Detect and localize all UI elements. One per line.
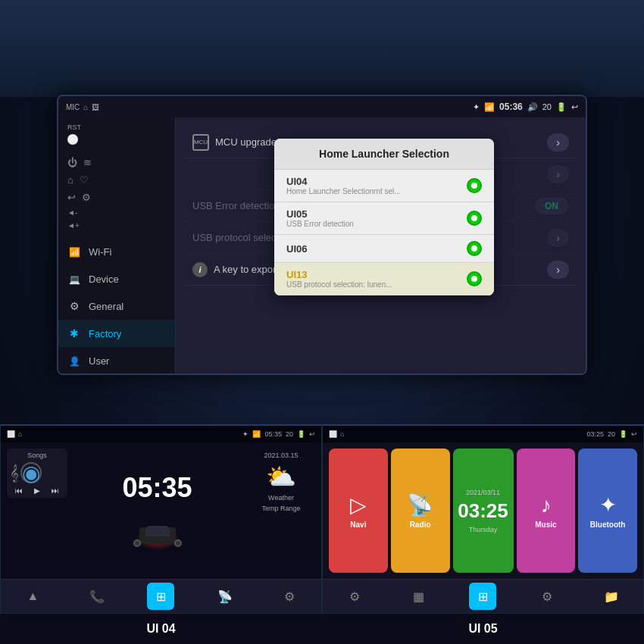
- sidebar-device-label: Device: [89, 274, 119, 285]
- back-icon[interactable]: ↩: [571, 102, 578, 112]
- vol-down-icon[interactable]: ◄-: [67, 208, 77, 217]
- ui13-sub: USB protocol selection: lunen...: [286, 280, 392, 289]
- status-left: MIC ⌂ 🖼: [66, 103, 99, 111]
- ui04-right-panel: 2021.03.15 ⛅ Weather Temp Range: [247, 449, 315, 573]
- wifi2-icon: ≋: [83, 157, 92, 168]
- ui04-battery: 20: [286, 430, 293, 438]
- ui04-center-panel: 05:35: [73, 449, 241, 573]
- main-screen: MIC ⌂ 🖼 ✦ 📶 05:36 🔊 20 🔋 ↩ RST ⏻: [57, 95, 587, 375]
- ui13-radio-inner: [471, 276, 477, 282]
- tile-bluetooth[interactable]: ✦ Bluetooth: [578, 449, 637, 573]
- sidebar-wifi-label: Wi-Fi: [89, 246, 111, 258]
- user-icon: [67, 355, 81, 367]
- mcu-label: MCU upgrade: [215, 136, 277, 148]
- ui04-left-panel: Songs 𝄞 ◉ ⏮ ▶ ⏭: [7, 449, 67, 573]
- home-sidebar-icon[interactable]: ⌂: [67, 174, 73, 186]
- factory-icon: [67, 327, 81, 339]
- ui05-name: UI05: [286, 208, 354, 220]
- ui05-nav-home[interactable]: ⊞: [469, 583, 496, 610]
- music-widget: Songs 𝄞 ◉ ⏮ ▶ ⏭: [7, 449, 67, 498]
- ui04-status-square: ⬜: [7, 430, 15, 438]
- sidebar-item-system[interactable]: System: [58, 374, 175, 375]
- dropdown-item-ui05[interactable]: UI05 USB Error detection: [274, 202, 494, 235]
- usb-error-label: USB Error detection: [192, 200, 280, 211]
- bluetooth-label: Bluetooth: [590, 521, 626, 529]
- ui04-nav-home[interactable]: ⊞: [147, 583, 174, 610]
- car-wheel-left: [133, 539, 141, 547]
- ui05-status-square: ⬜: [329, 430, 337, 438]
- ui05-nav-chart[interactable]: ▦: [405, 583, 433, 610]
- dropdown-item-ui04[interactable]: UI04 Home Launcher Selectionrnt sel...: [274, 170, 494, 202]
- vol-up-icon[interactable]: ◄+: [67, 221, 80, 230]
- tile-radio[interactable]: 📡 Radio: [391, 449, 450, 573]
- sidebar-item-general[interactable]: General: [58, 292, 175, 320]
- back-sidebar-icon[interactable]: ↩: [67, 192, 76, 203]
- ui05-back-icon[interactable]: ↩: [631, 430, 637, 438]
- sidebar-item-wifi[interactable]: Wi-Fi: [58, 238, 175, 265]
- ui-labels: UI 04 UI 05: [0, 614, 644, 644]
- bluetooth-icon: ✦: [473, 102, 480, 112]
- music-clef-icon: 𝄞: [10, 464, 19, 482]
- ui04-name: UI04: [286, 176, 401, 187]
- ui04-date: 2021.03.15: [264, 452, 298, 459]
- ui05-tiles: ▷ Navi 📡 Radio 2021/03/11 03:25 Thursday…: [323, 442, 643, 579]
- prev-icon[interactable]: ⏮: [15, 486, 23, 495]
- sidebar-factory-label: Factory: [89, 328, 121, 339]
- mcu-arrow-btn[interactable]: ›: [547, 133, 569, 152]
- ui04-radio[interactable]: [467, 178, 482, 193]
- sidebar-item-factory[interactable]: Factory: [58, 320, 175, 347]
- ui04-temp-label: Temp Range: [261, 505, 300, 512]
- music-disc-icon: ◉: [20, 462, 42, 483]
- ui04-nav-navigate[interactable]: ▲: [19, 583, 46, 610]
- ui05-nav-settings[interactable]: ⚙: [341, 583, 368, 610]
- dropdown-item-ui06[interactable]: UI06: [274, 235, 494, 263]
- tile-time[interactable]: 2021/03/11 03:25 Thursday: [453, 449, 514, 573]
- ui13-info: UI13 USB protocol selection: lunen...: [286, 269, 392, 289]
- ui13-name: UI13: [286, 269, 392, 280]
- ui04-label: UI 04: [0, 614, 322, 644]
- ui04-big-time: 05:35: [122, 472, 192, 504]
- ui05-radio[interactable]: [467, 211, 482, 226]
- tile-date: 2021/03/11: [466, 489, 500, 496]
- ui04-status-home: ⌂: [18, 430, 22, 438]
- ui04-nav-phone[interactable]: 📞: [83, 583, 111, 610]
- sidebar-item-device[interactable]: Device: [58, 265, 175, 292]
- ui05-sub: USB Error detection: [286, 220, 354, 228]
- power-icon[interactable]: ⏻: [67, 157, 77, 168]
- launcher-arrow-btn[interactable]: ›: [547, 165, 569, 183]
- usb-error-label-group: USB Error detection: [192, 200, 280, 211]
- next-icon[interactable]: ⏭: [52, 486, 59, 495]
- ui05-nav-folder[interactable]: 📁: [598, 583, 625, 610]
- right-content: MCU MCU upgrade › › USB Error detection …: [176, 117, 586, 374]
- ui05-nav-gear[interactable]: ⚙: [533, 583, 561, 610]
- car-wheel-right: [174, 539, 182, 547]
- dashboard-background: [0, 0, 644, 98]
- ui06-radio[interactable]: [467, 241, 482, 256]
- ui06-info: UI06: [286, 243, 307, 255]
- ui05-navbar: ⚙ ▦ ⊞ ⚙ 📁: [323, 579, 643, 613]
- general-icon: [67, 300, 81, 312]
- heartbeat-icon: ♡: [80, 174, 89, 186]
- tile-music[interactable]: ♪ Music: [517, 449, 576, 573]
- ui05-battery: 20: [608, 430, 615, 438]
- screen-icon: 🖼: [92, 103, 99, 111]
- main-content: RST ⏻ ≋ ⌂ ♡ ↩ ⚙: [58, 117, 586, 374]
- ui04-back-icon[interactable]: ↩: [309, 430, 315, 438]
- ui04-nav-signal[interactable]: 📡: [211, 583, 239, 610]
- ui04-nav-settings[interactable]: ⚙: [276, 583, 303, 610]
- usb-error-on-btn[interactable]: ON: [534, 198, 569, 214]
- play-icon[interactable]: ▶: [34, 486, 40, 495]
- tile-navi[interactable]: ▷ Navi: [329, 449, 388, 573]
- dropdown-item-ui13[interactable]: UI13 USB protocol selection: lunen...: [274, 263, 494, 295]
- battery-icon: 🔋: [556, 102, 567, 112]
- sidebar-user-label: User: [89, 355, 109, 367]
- tile-day: Thursday: [469, 526, 498, 533]
- export-arrow-btn[interactable]: ›: [547, 261, 569, 279]
- usb-protocol-arrow-btn[interactable]: ›: [547, 229, 569, 247]
- music-icon: ♪: [540, 493, 551, 517]
- sidebar-item-user[interactable]: User: [58, 347, 175, 374]
- ui05-label: UI 05: [322, 614, 644, 644]
- battery-level: 20: [542, 102, 552, 111]
- dropdown-title: Home Launcher Selection: [274, 139, 494, 170]
- ui13-radio[interactable]: [467, 271, 482, 286]
